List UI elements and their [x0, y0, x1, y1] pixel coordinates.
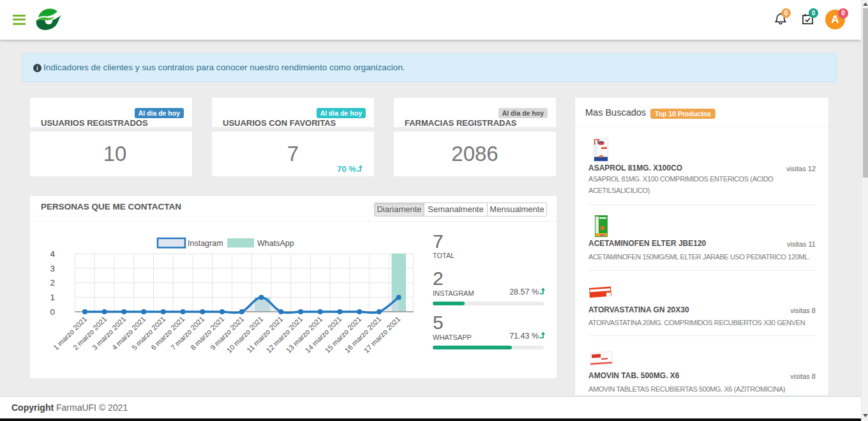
svg-text:3: 3 — [50, 264, 55, 273]
svg-text:3 marzo 2021: 3 marzo 2021 — [91, 315, 127, 351]
svg-text:0: 0 — [50, 307, 55, 317]
svg-text:Instagram: Instagram — [188, 239, 223, 248]
svg-text:6 marzo 2021: 6 marzo 2021 — [149, 315, 186, 351]
svg-text:2: 2 — [50, 278, 55, 287]
svg-text:1: 1 — [50, 293, 55, 302]
svg-text:1 marzo 2021: 1 marzo 2021 — [52, 315, 88, 351]
svg-text:4: 4 — [50, 249, 55, 259]
svg-text:WhatsApp: WhatsApp — [257, 239, 294, 248]
